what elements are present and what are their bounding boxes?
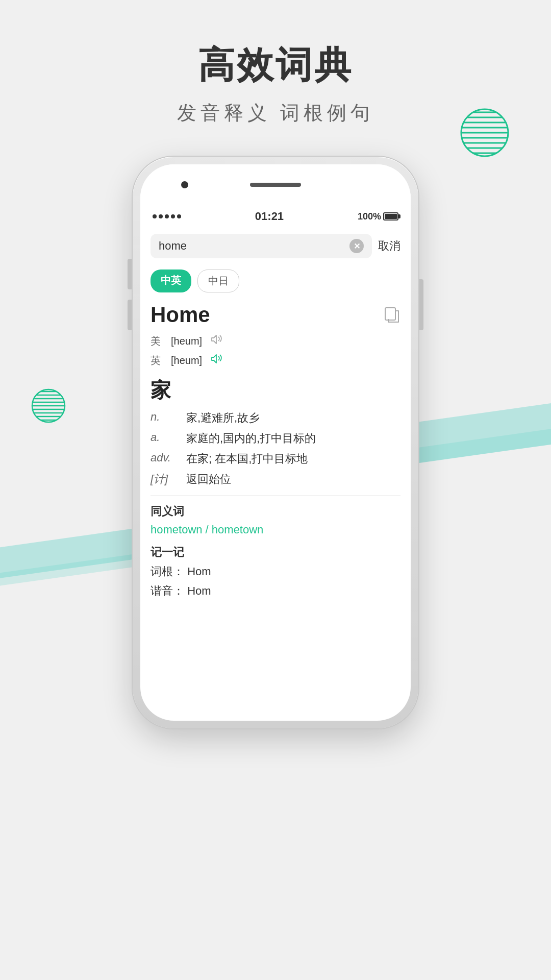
synonyms-text[interactable]: hometown / hometown <box>151 523 400 536</box>
def-row-n: n. 家,避难所,故乡 <box>151 410 400 426</box>
pron-row-us: 美 [heum] <box>151 333 400 349</box>
share-icon[interactable] <box>384 307 400 323</box>
synonyms-label: 同义词 <box>151 504 400 519</box>
pron-text-us: [heum] <box>171 335 202 347</box>
pron-label-us: 美 <box>151 334 163 348</box>
pron-text-uk: [heum] <box>171 355 202 366</box>
tab-zh-en[interactable]: 中英 <box>151 270 191 292</box>
speaker-icon-uk[interactable] <box>210 353 222 368</box>
def-type-a: a. <box>151 431 186 446</box>
front-sensor <box>181 181 188 188</box>
homophone-row: 谐音： Hom <box>151 583 400 599</box>
search-input-wrap[interactable]: home ✕ <box>151 234 372 258</box>
deco-circle-top-right <box>459 107 510 158</box>
homophone-value: Hom <box>187 584 211 597</box>
def-text-n: 家,避难所,故乡 <box>186 410 400 426</box>
signal-dot-4 <box>171 214 175 218</box>
phone-mockup: 01:21 100% home ✕ 取消 中英 中日 <box>133 157 418 728</box>
cancel-button[interactable]: 取消 <box>378 238 400 254</box>
phone-inner: 01:21 100% home ✕ 取消 中英 中日 <box>140 164 411 721</box>
dictionary-content: Home 美 [heum] <box>140 298 411 608</box>
speaker-icon-us[interactable] <box>210 333 222 349</box>
signal-dot-3 <box>165 214 169 218</box>
pron-label-uk: 英 <box>151 354 163 368</box>
signal-dot-2 <box>159 214 163 218</box>
phone-speaker <box>250 183 301 187</box>
tab-zh-ja[interactable]: 中日 <box>197 270 239 292</box>
word-root-row: 词根： Hom <box>151 564 400 579</box>
section-divider <box>151 495 400 496</box>
battery-icon <box>383 212 398 220</box>
clear-search-button[interactable]: ✕ <box>349 239 364 253</box>
tab-area: 中英 中日 <box>140 264 411 298</box>
chinese-heading: 家 <box>151 376 400 404</box>
status-time: 01:21 <box>255 210 284 223</box>
def-text-adv: 在家; 在本国,打中目标地 <box>186 451 400 467</box>
homophone-label: 谐音： <box>151 584 184 597</box>
status-bar: 01:21 100% <box>140 205 411 228</box>
deco-circle-mid-left <box>31 388 66 424</box>
signal-dot-5 <box>177 214 181 218</box>
search-query-text: home <box>159 239 187 253</box>
battery-fill <box>385 214 397 219</box>
def-type-adv: adv. <box>151 451 186 467</box>
word-root-label: 词根： <box>151 565 184 578</box>
word-root-value: Hom <box>187 565 211 578</box>
def-row-comp: [计] 返回始位 <box>151 472 400 487</box>
svg-rect-22 <box>385 308 395 320</box>
phone-outer-shell: 01:21 100% home ✕ 取消 中英 中日 <box>133 157 418 728</box>
sub-title: 发音释义 词根例句 <box>177 100 374 126</box>
signal-indicator <box>153 214 181 218</box>
phone-top-bar <box>140 164 411 205</box>
main-title: 高效词典 <box>177 41 374 90</box>
word-header: Home <box>151 303 400 327</box>
word-title: Home <box>151 303 210 327</box>
header-section: 高效词典 发音释义 词根例句 <box>177 41 374 126</box>
def-text-comp: 返回始位 <box>186 472 400 487</box>
def-text-a: 家庭的,国内的,打中目标的 <box>186 431 400 446</box>
def-row-a: a. 家庭的,国内的,打中目标的 <box>151 431 400 446</box>
def-row-adv: adv. 在家; 在本国,打中目标地 <box>151 451 400 467</box>
def-type-n: n. <box>151 410 186 426</box>
pron-row-uk: 英 [heum] <box>151 353 400 368</box>
search-area: home ✕ 取消 <box>140 228 411 264</box>
battery-percent: 100% <box>358 211 381 222</box>
status-battery: 100% <box>358 211 398 222</box>
signal-dot-1 <box>153 214 157 218</box>
def-type-comp: [计] <box>151 472 186 487</box>
memory-label: 记一记 <box>151 545 400 560</box>
